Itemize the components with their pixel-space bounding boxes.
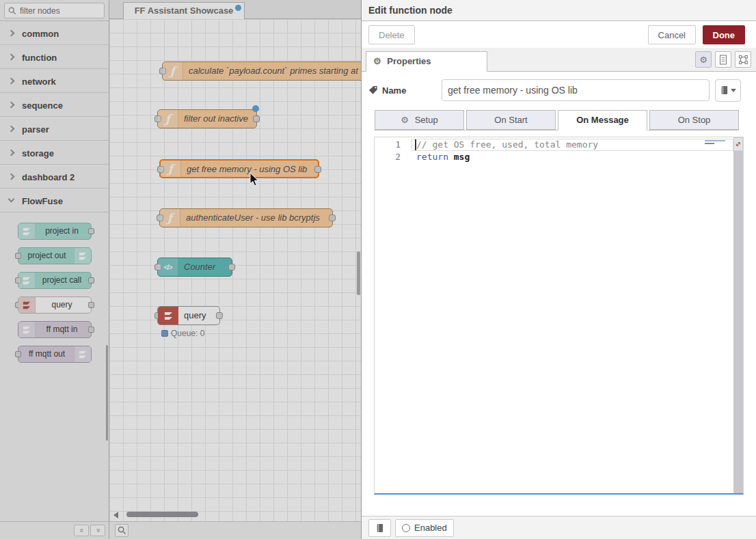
canvas-vertical-scrollbar[interactable] (357, 251, 360, 295)
tag-icon (368, 85, 378, 95)
node-modified-dot (252, 105, 259, 112)
chevron-right-icon (8, 150, 15, 156)
palette-flowfuse-nodes: project in project out project call (0, 212, 109, 363)
scroll-left-arrow-icon[interactable] (113, 512, 118, 519)
enabled-circle-icon (402, 524, 410, 532)
edit-tray: Edit function node Delete Cancel Done ⚙ … (361, 0, 756, 539)
cancel-button[interactable]: Cancel (648, 25, 696, 44)
tray-title: Edit function node (362, 0, 756, 21)
scrollbar-thumb[interactable] (126, 512, 198, 517)
editor-expand-button[interactable] (733, 137, 743, 151)
editor-scrollbar[interactable] (733, 137, 743, 493)
workspace-region: common function network sequence parser … (0, 0, 361, 539)
chevron-down-icon (8, 196, 15, 203)
name-row: Name (368, 79, 741, 102)
description-button[interactable] (715, 51, 731, 68)
node-red-editor: common function network sequence parser … (0, 0, 756, 539)
node-palette: common function network sequence parser … (0, 0, 109, 539)
editor-minimap (702, 139, 732, 148)
chevron-right-icon (8, 30, 15, 37)
node-port (88, 302, 94, 308)
double-chevron-down-icon: « (93, 528, 103, 532)
flowfuse-icon (74, 346, 91, 362)
flow-canvas: FF Assistant Showcase ƒ calculate `paylo… (109, 0, 361, 539)
palette-node-project-in[interactable]: project in (18, 223, 92, 240)
function-icon: ƒ (161, 161, 181, 177)
line-number: 2 (375, 151, 411, 163)
gear-icon: ⚙ (373, 56, 381, 66)
done-button[interactable]: Done (703, 25, 746, 44)
enabled-toggle-button[interactable]: Enabled (395, 519, 454, 537)
palette-category-dashboard2[interactable]: dashboard 2 (0, 165, 109, 189)
palette-category-storage[interactable]: storage (0, 141, 109, 165)
palette-scrollbar[interactable] (106, 345, 108, 441)
library-button[interactable] (368, 519, 391, 537)
palette-category-parser[interactable]: parser (0, 117, 109, 141)
tab-setup[interactable]: ⚙ Setup (375, 110, 464, 130)
node-authenticate-user[interactable]: ƒ authenticateUser - use lib bcryptjs (159, 208, 333, 227)
palette-filter-field[interactable] (4, 3, 105, 18)
flowfuse-icon (18, 322, 36, 337)
node-filter-out-inactive[interactable]: ƒ filter out inactive (157, 109, 257, 128)
palette-category-function[interactable]: function (0, 45, 109, 69)
flow-grid[interactable]: ƒ calculate `payload.count` primes start… (109, 19, 361, 521)
node-port (88, 228, 94, 234)
flowfuse-icon (18, 297, 36, 313)
node-counter[interactable]: </> Counter (157, 258, 232, 277)
tab-on-message[interactable]: On Message (558, 110, 647, 130)
expand-all-button[interactable]: « (90, 525, 105, 536)
palette-category-flowfuse[interactable]: FlowFuse (0, 189, 109, 212)
palette-category-sequence[interactable]: sequence (0, 93, 109, 117)
document-icon (718, 55, 728, 65)
tray-tabs-row: ⚙ Properties ⚙ (362, 48, 756, 72)
palette-filter-input[interactable] (20, 3, 103, 18)
palette-category-network[interactable]: network (0, 69, 109, 93)
palette-node-ff-mqtt-out[interactable]: ff mqtt out (18, 346, 92, 363)
node-calculate-primes[interactable]: ƒ calculate `payload.count` primes start… (162, 61, 361, 81)
flowfuse-icon (74, 248, 91, 264)
output-port[interactable] (314, 166, 321, 173)
chevron-right-icon (8, 102, 15, 109)
appearance-button[interactable] (735, 51, 751, 68)
function-icon: ƒ (158, 110, 178, 128)
chevron-right-icon (8, 78, 15, 85)
output-port[interactable] (253, 115, 260, 122)
output-port[interactable] (216, 312, 223, 319)
canvas-horizontal-scrollbar[interactable] (109, 512, 361, 519)
output-port[interactable] (329, 215, 336, 221)
double-chevron-up-icon: « (77, 528, 87, 532)
function-icon: ƒ (160, 209, 180, 227)
flowfuse-icon (18, 273, 36, 288)
palette-category-common[interactable]: common (0, 21, 109, 45)
tab-on-start[interactable]: On Start (466, 110, 556, 130)
palette-node-query[interactable]: query (18, 296, 92, 314)
template-icon: </> (158, 258, 178, 276)
node-port (88, 327, 94, 333)
tab-on-stop[interactable]: On Stop (649, 110, 739, 130)
library-dropdown-button[interactable] (715, 79, 741, 102)
editor-gutter: 1 2 (375, 139, 411, 163)
palette-node-project-call[interactable]: project call (18, 272, 92, 289)
properties-gear-button[interactable]: ⚙ (695, 51, 712, 68)
tab-properties[interactable]: ⚙ Properties (366, 51, 487, 72)
name-input[interactable] (442, 79, 710, 101)
gear-icon: ⚙ (401, 115, 409, 125)
search-flows-button[interactable] (115, 524, 129, 537)
code-editor[interactable]: 1 2 // get OS free, used, total memory r… (374, 137, 744, 495)
collapse-all-button[interactable]: « (74, 525, 89, 536)
node-query[interactable]: query (157, 306, 220, 325)
code-area[interactable]: // get OS free, used, total memory retur… (416, 139, 732, 163)
flow-tab[interactable]: FF Assistant Showcase (123, 2, 245, 19)
flow-modified-dot (235, 5, 241, 11)
delete-button[interactable]: Delete (368, 25, 415, 44)
status-dot-icon (161, 330, 168, 337)
output-port[interactable] (228, 264, 235, 271)
node-get-free-memory[interactable]: ƒ get free memory - using OS lib (159, 159, 319, 178)
palette-node-project-out[interactable]: project out (18, 247, 92, 264)
palette-footer: « « (0, 521, 109, 539)
function-icon: ƒ (163, 62, 183, 80)
flowfuse-icon (158, 307, 178, 324)
palette-node-ff-mqtt-in[interactable]: ff mqtt in (18, 321, 92, 338)
book-icon (720, 85, 729, 95)
flowfuse-icon (18, 223, 36, 239)
